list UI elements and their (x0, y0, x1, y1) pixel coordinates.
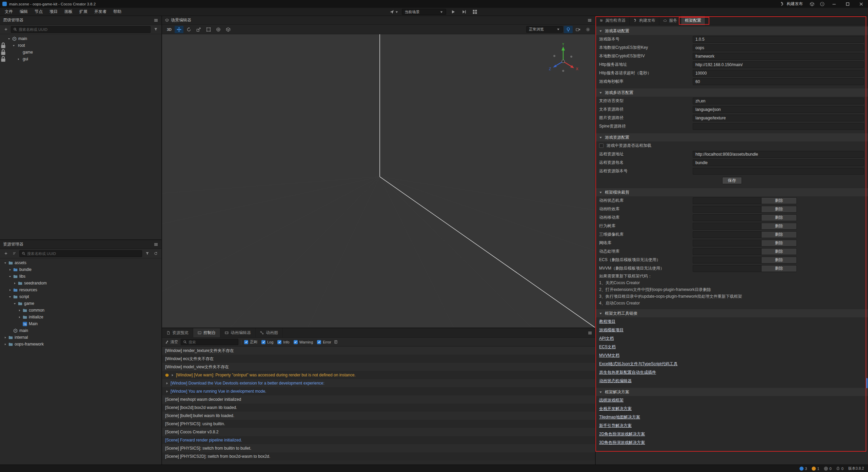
asset-node-game[interactable]: game (0, 300, 161, 307)
filter-info-checkbox[interactable] (277, 340, 281, 344)
close-button[interactable] (854, 0, 868, 8)
input-text-path[interactable] (693, 106, 864, 113)
preview-scene-select[interactable]: 当前场景 (402, 9, 446, 15)
asset-node-seedrandom[interactable]: seedrandom (0, 280, 161, 287)
asset-node-internal[interactable]: internal (0, 334, 161, 341)
asset-node-oops-framework[interactable]: oops-framework (0, 341, 161, 348)
delete-trim-network-button[interactable]: 删除 (762, 240, 797, 247)
tree-arrow-down-icon[interactable] (6, 37, 12, 40)
tree-arrow-down-icon[interactable] (11, 44, 16, 47)
link-doc-ecs[interactable]: ECS文档 (599, 344, 616, 350)
input-languages[interactable] (693, 98, 864, 104)
link-sol-tiledmap[interactable]: Tiledmap地图解决方案 (599, 414, 640, 420)
hierarchy-search-input[interactable] (19, 27, 148, 32)
link-tool-animator[interactable]: 动画状态机编辑器 (599, 378, 632, 384)
tree-arrow-right-icon[interactable] (3, 343, 8, 346)
hierarchy-filter-button[interactable] (152, 26, 159, 33)
filter-warning-checkbox[interactable] (294, 340, 298, 344)
input-remote-bundle[interactable] (693, 159, 864, 166)
tree-arrow-right-icon[interactable] (7, 289, 13, 292)
camera-view-button[interactable] (574, 26, 583, 33)
help-button[interactable]: ? (817, 0, 827, 8)
link-sol-fullstack[interactable]: 全栈开发解决方案 (599, 406, 632, 412)
asset-node-script[interactable]: script (0, 293, 161, 300)
delete-trim-ecs-button[interactable]: 删除 (762, 257, 797, 263)
delete-trim-effect-button[interactable]: 删除 (762, 206, 797, 213)
asset-node-main[interactable]: TSMain (0, 320, 161, 327)
menu-extension[interactable]: 扩展 (76, 9, 91, 15)
section-header-resource[interactable]: 游戏资源配置 (596, 133, 868, 141)
input-game-version[interactable] (693, 36, 864, 43)
console-tab-anim-graph[interactable]: 动画图 (256, 328, 283, 337)
delete-trim-dynamic-button[interactable]: 删除 (762, 248, 797, 255)
warning-counter[interactable]: 1 (812, 467, 819, 471)
view-mode-select[interactable]: 正常浏览 (526, 26, 563, 33)
tree-arrow-down-icon[interactable] (7, 275, 13, 278)
tree-arrow-right-icon[interactable] (17, 316, 22, 319)
section-header-basic[interactable]: 游戏基础配置 (596, 27, 868, 35)
error-counter[interactable]: 0 (824, 467, 831, 471)
play-button[interactable] (450, 8, 457, 15)
input-spine-path[interactable] (693, 123, 864, 130)
log-row-13[interactable]: [Scene] [PHYSICS2D]: switch from box2d-w… (162, 452, 595, 460)
log-row-6[interactable]: [Scene] meshopt wasm decoder initialized (162, 395, 595, 404)
gizmo-pivot-button[interactable] (214, 26, 223, 33)
asset-node-assets[interactable]: assets (0, 259, 161, 266)
hierarchy-node-game[interactable]: game (0, 49, 161, 56)
delete-trim-behavior-tree-button[interactable]: 删除 (762, 223, 797, 230)
menu-panel[interactable]: 面板 (61, 9, 76, 15)
hamburger-menu-icon[interactable] (588, 331, 592, 335)
console-tab-anim-editor[interactable]: 动画编辑器 (220, 328, 256, 337)
add-asset-button[interactable] (2, 250, 9, 257)
lock-gutter[interactable] (0, 55, 6, 63)
lighting-toggle-button[interactable] (564, 26, 573, 33)
regex-checkbox[interactable] (244, 340, 248, 344)
filter-log-checkbox[interactable] (261, 340, 265, 344)
log-row-10[interactable]: [Scene] Cocos Creator v3.8.2 (162, 428, 595, 436)
link-tool-hotupdate[interactable]: 原生包热更新配置自动生成插件 (599, 370, 656, 375)
section-header-docs[interactable]: 框架文档工具链接 (596, 309, 868, 317)
section-header-solutions[interactable]: 框架解决方案 (596, 388, 868, 396)
rect-tool-button[interactable] (204, 26, 213, 33)
tree-arrow-right-icon[interactable] (16, 58, 21, 61)
link-sol-war-chess[interactable]: 战棋游戏框架 (599, 397, 624, 403)
log-row-3[interactable]: [Window] [Vue warn]: Property "onInput" … (162, 371, 595, 379)
link-sol-3d-rpg[interactable]: 3D角色扮演游戏解决方案 (599, 440, 645, 446)
inspector-tab-service[interactable]: 服务 (659, 16, 681, 25)
tree-arrow-right-icon[interactable] (7, 268, 13, 271)
input-remote-version[interactable] (693, 168, 864, 175)
delete-trim-animator-button[interactable]: 删除 (762, 197, 797, 204)
log-row-7[interactable]: [Scene] [box2d]:box2d wasm lib loaded. (162, 404, 595, 412)
input-remote-url[interactable] (693, 151, 864, 158)
scrollbar-thumb[interactable] (866, 378, 868, 388)
hierarchy-node-main[interactable]: main (0, 35, 161, 42)
tree-arrow-right-icon[interactable] (17, 309, 22, 312)
log-row-0[interactable]: [Window] render_texture文件夹不存在 (162, 347, 595, 355)
tree-arrow-down-icon[interactable] (12, 302, 17, 305)
delete-trim-camera-button[interactable]: 删除 (762, 231, 797, 238)
tree-arrow-right-icon[interactable] (12, 282, 17, 285)
console-search-input[interactable] (189, 340, 236, 344)
log-row-2[interactable]: [Window] model_view文件夹不存在 (162, 363, 595, 371)
log-row-9[interactable]: [Scene] [PHYSICS]: using builtin. (162, 420, 595, 428)
scene-viewport[interactable]: Y X Z (162, 34, 595, 328)
section-header-trim[interactable]: 框架模块裁剪 (596, 188, 868, 196)
hamburger-menu-icon[interactable] (154, 18, 158, 23)
refresh-assets-button[interactable] (152, 250, 159, 257)
package-button[interactable] (807, 0, 817, 8)
asset-node-main[interactable]: main (0, 327, 161, 334)
asset-node-libs[interactable]: libs (0, 273, 161, 280)
message-counter[interactable]: 3 (800, 467, 807, 471)
link-tool-excel[interactable]: Excel格式转Json文件与TypeScript代码工具 (599, 361, 677, 367)
tree-arrow-right-icon[interactable] (3, 336, 8, 339)
step-button[interactable] (460, 8, 468, 15)
build-publish-button[interactable]: 构建发布 (776, 0, 807, 8)
inspector-tab-inspector[interactable]: 属性检查器 (596, 16, 630, 25)
hierarchy-node-root[interactable]: root (0, 42, 161, 49)
minimize-button[interactable] (827, 0, 841, 8)
asset-node-common[interactable]: common (0, 307, 161, 314)
console-tab-preview[interactable]: 资源预览 (162, 328, 193, 337)
scene-settings-button[interactable] (584, 26, 592, 33)
mode-3d-button[interactable]: 3D (165, 26, 174, 33)
input-texture-path[interactable] (693, 115, 864, 121)
